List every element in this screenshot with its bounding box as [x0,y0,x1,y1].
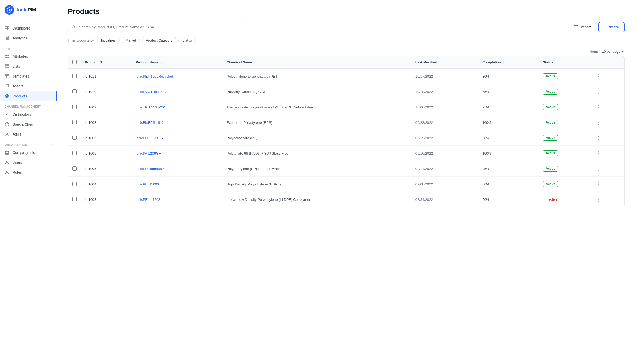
filter-market[interactable]: Market [122,37,140,44]
cell-chemical-name: Polypropylene (PP) Homopolymer [222,161,411,177]
row-checkbox-4[interactable] [72,136,77,140]
sidebar-item-distributors[interactable]: Distributors [0,109,57,119]
row-checkbox-3[interactable] [72,120,77,124]
row-checkbox-cell [68,69,81,84]
per-page-select[interactable]: 10 per page 25 per page 50 per page [601,49,625,54]
table-row: ipl1007 ionicPC 10114FR Polycarbonate (P… [68,130,624,146]
sidebar-item-agilis[interactable]: Agilis [0,129,57,139]
cell-last-modified: 09/22/2022 [411,115,478,130]
cell-product-name[interactable]: ionicPVC Flex1923 [131,84,222,99]
import-button[interactable]: Import [569,22,596,32]
cell-status: Inactive [539,192,590,207]
cell-product-name[interactable]: ionicPC 10114FR [131,130,222,146]
status-badge: Active [543,104,558,110]
cell-actions: ⋮ [590,99,624,115]
sidebar-label-users: Users [13,160,22,165]
svg-point-10 [8,55,9,56]
row-more-button[interactable]: ⋮ [594,134,603,142]
cell-status: Active [539,130,590,146]
dashboard-icon [5,26,9,31]
row-checkbox-7[interactable] [72,182,77,186]
cell-product-name[interactable]: ionicPA 1209GF [131,146,222,161]
distributors-icon [5,112,9,117]
row-checkbox-0[interactable] [72,74,77,78]
row-checkbox-cell [68,161,81,177]
search-icon [72,25,76,29]
header-last-modified[interactable]: Last Modified ↓ [411,56,478,69]
row-checkbox-6[interactable] [72,166,77,171]
sidebar: ionicPIM Dashboard Analytics PIM ⌄ Attri… [0,0,57,364]
row-more-button[interactable]: ⋮ [594,119,603,126]
status-badge: Active [543,73,558,79]
templates-icon [5,74,9,79]
row-more-button[interactable]: ⋮ [594,149,603,157]
cell-product-id: ipl1011 [81,69,131,84]
create-button[interactable]: + Create [598,22,625,32]
row-more-button[interactable]: ⋮ [594,88,603,96]
sidebar-item-specialchem[interactable]: SpecialChem [0,119,57,129]
sidebar-item-assets[interactable]: Assets [0,81,57,91]
attributes-icon [5,54,9,59]
svg-line-26 [6,114,8,114]
svg-point-11 [5,57,7,58]
cell-last-modified: 10/06/2022 [411,99,478,115]
row-checkbox-1[interactable] [72,89,77,93]
row-checkbox-cell [68,177,81,192]
products-table: Product ID Product Name ↓ Chemical Name … [68,56,625,207]
row-more-button[interactable]: ⋮ [594,103,603,111]
header-completion[interactable]: Completion ↓ [478,56,539,69]
row-more-button[interactable]: ⋮ [594,72,603,80]
sidebar-item-roles[interactable]: Roles [0,167,57,177]
sidebar-item-attributes[interactable]: Attributes [0,51,57,61]
row-more-button[interactable]: ⋮ [594,196,603,203]
table-row: ipl1009 ionicTPU 1165-20CF Thermoplastic… [68,99,624,115]
content-area: Import + Create Filter products by Indus… [57,16,635,364]
svg-rect-15 [5,67,9,68]
select-all-checkbox[interactable] [72,60,77,64]
products-icon [5,94,9,98]
sidebar-item-analytics[interactable]: Analytics [0,33,57,43]
sidebar-item-products[interactable]: Products [0,91,57,101]
svg-rect-2 [5,26,7,28]
cell-product-name[interactable]: ionicTPU 1165-20CF [131,99,222,115]
row-more-button[interactable]: ⋮ [594,180,603,188]
filter-product-category[interactable]: Product Category [142,37,176,44]
sidebar-item-company-info[interactable]: Company Info [0,148,57,157]
svg-rect-4 [5,28,7,30]
cell-product-name[interactable]: ionicPET 1000Recycled [131,69,222,84]
cell-product-name[interactable]: ionicPP Homo689 [131,161,222,177]
org-chevron-icon: › [51,143,52,146]
table-row: ipl1011 ionicPET 1000Recycled Polyethyle… [68,69,624,84]
sidebar-label-products: Products [13,94,27,98]
svg-rect-8 [8,37,9,40]
row-checkbox-cell [68,146,81,161]
table-row: ipl1006 ionicPA 1209GF Polyamide 66 (PA … [68,146,624,161]
sidebar-item-users[interactable]: Users [0,157,57,167]
last-modified-sort-icon: ↓ [439,61,441,64]
row-checkbox-5[interactable] [72,151,77,155]
status-badge: Inactive [543,197,560,202]
cell-status: Active [539,99,590,115]
cell-product-name[interactable]: ionicPE H1000 [131,177,222,192]
header-product-name[interactable]: Product Name ↓ [131,56,222,69]
row-checkbox-8[interactable] [72,197,77,201]
sidebar-item-templates[interactable]: Templates [0,71,57,81]
search-input[interactable] [68,22,245,32]
header-chemical-name[interactable]: Chemical Name ↓ [222,56,411,69]
sidebar-label-company-info: Company Info [13,150,35,155]
filter-status[interactable]: Status [178,37,196,44]
sidebar-item-lists[interactable]: Lists [0,61,57,71]
cell-product-name[interactable]: ionicPE LL1208 [131,192,222,207]
row-checkbox-2[interactable] [72,105,77,109]
cell-product-name[interactable]: ionicBioEPS 1612 [131,115,222,130]
svg-point-12 [8,57,9,58]
header-product-id: Product ID [81,56,131,69]
cell-product-id: ipl1008 [81,115,131,130]
sidebar-item-dashboard[interactable]: Dashboard [0,23,57,33]
filters-row: Filter products by Industries Market Pro… [68,37,625,44]
row-more-button[interactable]: ⋮ [594,165,603,173]
product-name-sort-icon: ↓ [161,61,162,64]
company-icon [5,150,9,155]
filter-industries[interactable]: Industries [97,37,120,44]
table-row: ipl1005 ionicPP Homo689 Polypropylene (P… [68,161,624,177]
